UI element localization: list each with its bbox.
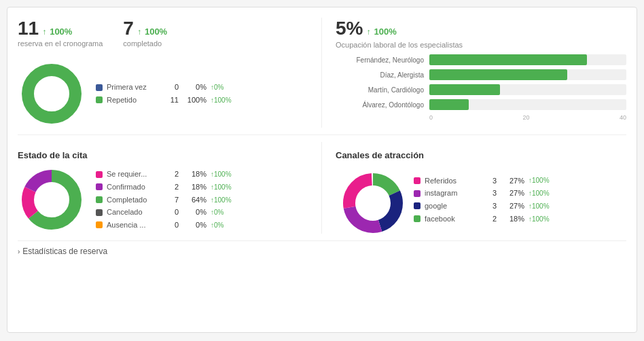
- top-left-donut-row: Primera vez 0 0% ↑0% Repetido 11 100% ↑1…: [18, 60, 311, 128]
- estado-arrow-2: ↑100%: [211, 194, 232, 206]
- estado-arrow-0: ↑100%: [211, 168, 232, 180]
- estado-pct-3: 0%: [183, 206, 207, 219]
- metric5pct-pct: 100%: [374, 26, 396, 37]
- estado-pct-4: 0%: [183, 219, 207, 232]
- canales-pct-0: 27%: [501, 175, 524, 187]
- metric2-pct: 100%: [145, 26, 167, 37]
- estado-name-2: Completado: [107, 194, 161, 207]
- canales-name-3: facebook: [425, 213, 479, 226]
- bottom-row: Estado de la cita: [18, 142, 626, 234]
- legend-count-repetido: 11: [165, 94, 179, 107]
- svg-point-10: [359, 190, 387, 217]
- legend-pct-primera: 0%: [183, 81, 207, 94]
- canales-pct-3: 18%: [501, 213, 524, 226]
- estado-name-1: Confirmado: [107, 181, 161, 194]
- bar-row-1: Díaz, Alergista: [336, 69, 626, 80]
- estado-dot-0: [96, 171, 103, 178]
- estado-donut: [18, 166, 86, 234]
- estado-legend-1: Confirmado 2 18% ↑100%: [96, 181, 232, 194]
- axis-0: 0: [429, 114, 433, 121]
- top-left-donut: [18, 60, 86, 128]
- estado-pct-2: 64%: [183, 194, 207, 207]
- legend-name-primera: Primera vez: [107, 81, 161, 94]
- bar-label-0: Fernández, Neurólogo: [336, 56, 424, 64]
- svg-point-5: [38, 186, 65, 213]
- estado-dot-2: [96, 196, 103, 203]
- bar-fill-3: [429, 99, 469, 110]
- top-left-legend: Primera vez 0 0% ↑0% Repetido 11 100% ↑1…: [96, 81, 232, 106]
- canales-legend-3: facebook 2 18% ↑100%: [414, 213, 550, 226]
- canales-arrow-2: ↑100%: [529, 200, 550, 212]
- canales-title: Canales de atracción: [336, 150, 626, 160]
- legend-arrow-primera: ↑0%: [211, 82, 223, 93]
- estado-arrow-4: ↑0%: [211, 219, 223, 231]
- legend-dot-primera: [96, 84, 103, 91]
- bar-axis: 0 20 40: [429, 114, 626, 121]
- estado-name-0: Se requier...: [107, 168, 161, 181]
- estado-donut-row: Se requier... 2 18% ↑100% Confirmado 2 1…: [18, 166, 311, 234]
- estado-pct-0: 18%: [183, 168, 207, 181]
- metric1-pct: 100%: [50, 26, 72, 37]
- canales-legend-0: Referidos 3 27% ↑100%: [414, 175, 550, 187]
- legend-name-repetido: Repetido: [107, 94, 161, 107]
- estado-legend-0: Se requier... 2 18% ↑100%: [96, 168, 232, 181]
- bottom-left: Estado de la cita: [18, 142, 322, 234]
- metric2-block: 7 ↑ 100% completado: [123, 18, 167, 53]
- estado-dot-1: [96, 183, 103, 190]
- bar-row-3: Álvarez, Odontólogo: [336, 99, 626, 110]
- canales-legend: Referidos 3 27% ↑100% instagram 3 27% ↑1…: [414, 175, 550, 226]
- legend-pct-repetido: 100%: [183, 94, 207, 107]
- canales-name-1: instagram: [425, 187, 479, 200]
- canales-arrow-1: ↑100%: [529, 187, 550, 199]
- metric5pct-number: 5%: [336, 18, 363, 39]
- estado-legend-4: Ausencia ... 0 0% ↑0%: [96, 219, 232, 232]
- canales-pct-2: 27%: [501, 200, 524, 213]
- canales-legend-2: google 3 27% ↑100%: [414, 200, 550, 213]
- bar-label-2: Martín, Cardiólogo: [336, 86, 424, 94]
- dashboard: 11 ↑ 100% reserva en el cronograma 7 ↑ 1…: [7, 7, 637, 333]
- canales-dot-2: [414, 202, 421, 209]
- canales-dot-1: [414, 190, 421, 197]
- bar-row-2: Martín, Cardiólogo: [336, 84, 626, 95]
- metric1-block: 11 ↑ 100% reserva en el cronograma: [18, 18, 103, 53]
- bar-label-3: Álvarez, Odontólogo: [336, 101, 424, 109]
- metric2-label: completado: [123, 39, 167, 48]
- canales-count-2: 3: [483, 200, 497, 213]
- bar-track-2: [429, 84, 626, 95]
- chevron-icon: ›: [18, 248, 20, 255]
- canales-donut: [336, 166, 404, 234]
- estado-title: Estado de la cita: [18, 150, 311, 160]
- estado-name-3: Cancelado: [107, 206, 161, 219]
- canales-arrow-3: ↑100%: [529, 213, 550, 225]
- metric2-arrow: ↑: [137, 27, 141, 37]
- canales-dot-0: [414, 177, 421, 184]
- canales-arrow-0: ↑100%: [529, 175, 550, 186]
- estado-dot-4: [96, 221, 103, 228]
- metric5pct-label: Ocupación laboral de los especialistas: [336, 41, 626, 49]
- right-panel: 5% ↑ 100% Ocupación laboral de los espec…: [322, 18, 626, 128]
- estadisticas-link[interactable]: › Estadísticas de reserva: [18, 247, 626, 256]
- canales-donut-row: Referidos 3 27% ↑100% instagram 3 27% ↑1…: [336, 166, 626, 234]
- bar-fill-2: [429, 84, 500, 95]
- bar-label-1: Díaz, Alergista: [336, 71, 424, 79]
- canales-pct-1: 27%: [501, 187, 524, 200]
- estado-name-4: Ausencia ...: [107, 219, 161, 232]
- estado-count-1: 2: [165, 181, 179, 194]
- estado-legend-2: Completado 7 64% ↑100%: [96, 194, 232, 207]
- legend-item-primera: Primera vez 0 0% ↑0%: [96, 81, 232, 94]
- bar-fill-0: [429, 54, 587, 65]
- footer-row: › Estadísticas de reserva: [18, 240, 626, 256]
- bar-track-3: [429, 99, 626, 110]
- estado-pct-1: 18%: [183, 181, 207, 194]
- canales-name-0: Referidos: [425, 175, 479, 187]
- top-row: 11 ↑ 100% reserva en el cronograma 7 ↑ 1…: [18, 18, 626, 135]
- estado-arrow-3: ↑0%: [211, 207, 223, 218]
- footer-label: Estadísticas de reserva: [22, 247, 107, 256]
- legend-arrow-repetido: ↑100%: [211, 94, 232, 106]
- left-panel: 11 ↑ 100% reserva en el cronograma 7 ↑ 1…: [18, 18, 322, 128]
- metric1-label: reserva en el cronograma: [18, 39, 103, 48]
- bar-row-0: Fernández, Neurólogo: [336, 54, 626, 65]
- bottom-right: Canales de atracción: [322, 142, 626, 234]
- legend-count-primera: 0: [165, 81, 179, 94]
- metrics-row: 11 ↑ 100% reserva en el cronograma 7 ↑ 1…: [18, 18, 311, 53]
